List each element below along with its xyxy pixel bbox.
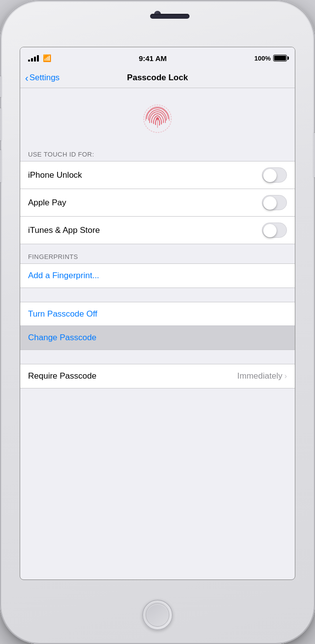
toggle-thumb-2 xyxy=(263,196,277,210)
touch-id-group: iPhone Unlock Apple Pay iTunes & App Sto… xyxy=(20,161,295,244)
navigation-bar: ‹ Settings Passcode Lock xyxy=(20,69,295,88)
back-chevron-icon: ‹ xyxy=(25,73,29,83)
require-passcode-group: Require Passcode Immediately › xyxy=(20,364,295,388)
itunes-toggle[interactable] xyxy=(262,223,287,238)
back-button[interactable]: ‹ Settings xyxy=(25,73,60,83)
gap-3 xyxy=(20,388,295,402)
status-bar: 📶 9:41 AM 100% xyxy=(20,47,295,69)
page-title: Passcode Lock xyxy=(127,73,188,83)
phone-screen: 📶 9:41 AM 100% ‹ Settings Passcode Lock xyxy=(20,47,295,580)
fingerprint-section xyxy=(20,88,295,147)
require-passcode-label: Require Passcode xyxy=(28,371,96,381)
apple-pay-row[interactable]: Apple Pay xyxy=(20,189,295,217)
battery-percent: 100% xyxy=(254,55,271,62)
gap-1 xyxy=(20,288,295,302)
require-passcode-row[interactable]: Require Passcode Immediately › xyxy=(20,364,295,388)
touch-id-section-header: USE TOUCH ID FOR: xyxy=(20,147,295,161)
home-button-inner xyxy=(146,603,169,627)
turn-passcode-off-label: Turn Passcode Off xyxy=(28,309,97,319)
speaker-grille xyxy=(150,14,189,19)
fingerprints-section-header: FINGERPRINTS xyxy=(20,244,295,263)
iphone-unlock-toggle[interactable] xyxy=(262,167,287,183)
signal-bar-4 xyxy=(37,55,39,62)
change-passcode-row[interactable]: Change Passcode xyxy=(20,326,295,350)
wifi-icon: 📶 xyxy=(43,54,51,62)
volume-down-button xyxy=(0,150,2,182)
status-left: 📶 xyxy=(28,54,51,62)
home-button[interactable] xyxy=(142,600,173,630)
signal-bar-2 xyxy=(31,58,33,62)
toggle-thumb-3 xyxy=(263,224,277,237)
volume-up-button xyxy=(0,108,2,140)
status-time: 9:41 AM xyxy=(139,54,167,63)
signal-bars xyxy=(28,55,39,62)
signal-bar-1 xyxy=(28,60,30,62)
status-right: 100% xyxy=(254,55,287,62)
change-passcode-label: Change Passcode xyxy=(28,333,96,343)
phone-frame: 📶 9:41 AM 100% ‹ Settings Passcode Lock xyxy=(0,0,315,644)
settings-content: USE TOUCH ID FOR: iPhone Unlock Apple Pa… xyxy=(20,88,295,402)
chevron-right-icon: › xyxy=(284,372,287,381)
back-button-label: Settings xyxy=(30,73,60,83)
apple-pay-toggle[interactable] xyxy=(262,195,287,210)
passcode-group: Turn Passcode Off Change Passcode xyxy=(20,302,295,350)
add-fingerprint-row[interactable]: Add a Fingerprint... xyxy=(20,264,295,288)
battery-icon xyxy=(273,55,287,62)
itunes-app-store-label: iTunes & App Store xyxy=(28,225,100,235)
toggle-thumb xyxy=(263,169,277,182)
require-passcode-value: Immediately › xyxy=(237,371,287,381)
add-fingerprint-label: Add a Fingerprint... xyxy=(28,271,99,281)
mute-switch xyxy=(0,76,2,97)
turn-passcode-off-row[interactable]: Turn Passcode Off xyxy=(20,302,295,326)
itunes-app-store-row[interactable]: iTunes & App Store xyxy=(20,217,295,244)
iphone-unlock-row[interactable]: iPhone Unlock xyxy=(20,161,295,189)
apple-pay-label: Apple Pay xyxy=(28,198,66,208)
fingerprint-icon xyxy=(142,103,173,134)
signal-bar-3 xyxy=(34,57,36,62)
gap-2 xyxy=(20,350,295,364)
iphone-unlock-label: iPhone Unlock xyxy=(28,170,82,180)
fingerprints-group: Add a Fingerprint... xyxy=(20,263,295,288)
power-button xyxy=(313,133,315,177)
